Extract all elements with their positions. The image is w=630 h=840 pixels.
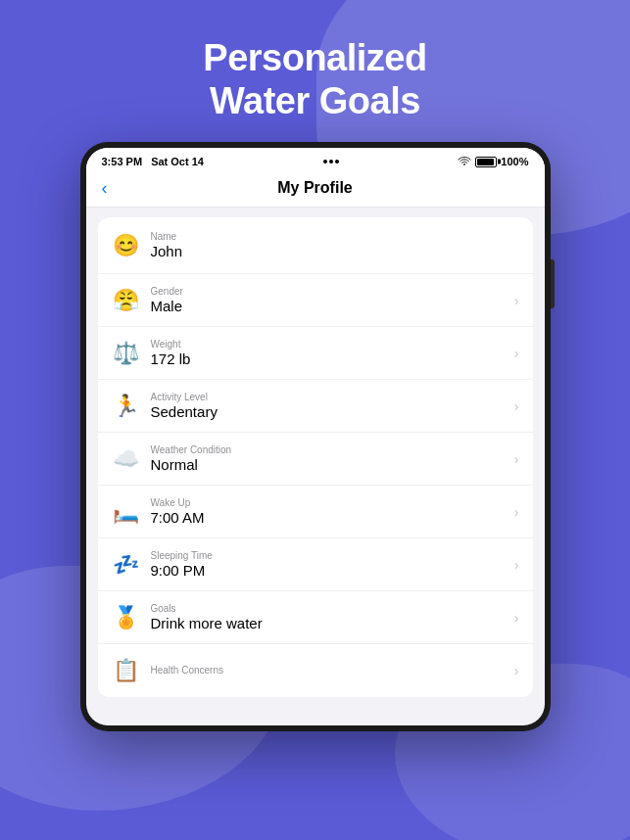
- name-icon: 😊: [112, 231, 141, 260]
- name-value: John: [151, 243, 519, 259]
- gender-value: Male: [151, 298, 514, 314]
- status-time: 3:53 PM: [102, 156, 143, 167]
- activity_level-icon: 🏃: [112, 392, 141, 421]
- activity_level-content: Activity LevelSedentary: [151, 392, 514, 420]
- sleeping_time-label: Sleeping Time: [151, 550, 514, 561]
- health_concerns-content: Health Concerns: [151, 665, 514, 677]
- sleeping_time-chevron-icon: ›: [514, 557, 519, 573]
- battery-icon: [475, 157, 497, 167]
- weather_condition-icon: ☁️: [112, 444, 141, 474]
- health_concerns-chevron-icon: ›: [514, 663, 519, 678]
- device-frame: 3:53 PM Sat Oct 14 100%: [0, 142, 630, 731]
- goals-value: Drink more water: [151, 615, 514, 631]
- hero-title: Personalized Water Goals: [0, 0, 630, 142]
- sleeping_time-icon: 💤: [112, 550, 141, 580]
- weight-chevron-icon: ›: [514, 346, 519, 361]
- goals-label: Goals: [151, 603, 514, 614]
- status-indicators: 100%: [458, 156, 528, 167]
- profile-row-goals[interactable]: 🏅GoalsDrink more water›: [98, 591, 533, 644]
- profile-row-wake_up[interactable]: 🛏️Wake Up7:00 AM›: [98, 486, 533, 538]
- wake_up-content: Wake Up7:00 AM: [151, 497, 514, 526]
- wake_up-value: 7:00 AM: [151, 509, 514, 526]
- weather_condition-chevron-icon: ›: [514, 451, 519, 467]
- sleeping_time-value: 9:00 PM: [151, 562, 514, 579]
- nav-title: My Profile: [277, 179, 352, 197]
- profile-row-weight[interactable]: ⚖️Weight172 lb›: [98, 327, 533, 380]
- wifi-icon: [458, 157, 471, 166]
- name-content: NameJohn: [151, 231, 519, 259]
- nav-bar: ‹ My Profile: [86, 171, 545, 208]
- profile-list: 😊NameJohn😤GenderMale›⚖️Weight172 lb›🏃Act…: [86, 208, 545, 705]
- activity_level-label: Activity Level: [151, 392, 514, 402]
- weight-label: Weight: [151, 339, 514, 350]
- device-screen: 3:53 PM Sat Oct 14 100%: [86, 148, 545, 725]
- health_concerns-icon: 📋: [112, 656, 141, 685]
- health_concerns-label: Health Concerns: [151, 665, 514, 676]
- profile-section: 😊NameJohn😤GenderMale›⚖️Weight172 lb›🏃Act…: [98, 217, 533, 697]
- gender-label: Gender: [151, 286, 514, 297]
- gender-chevron-icon: ›: [514, 293, 519, 308]
- name-label: Name: [151, 231, 519, 242]
- weather_condition-label: Weather Condition: [151, 444, 514, 455]
- sleeping_time-content: Sleeping Time9:00 PM: [151, 550, 514, 579]
- profile-row-gender[interactable]: 😤GenderMale›: [98, 274, 533, 327]
- wake_up-chevron-icon: ›: [514, 504, 519, 520]
- goals-icon: 🏅: [112, 603, 141, 632]
- tablet-device: 3:53 PM Sat Oct 14 100%: [80, 142, 551, 731]
- goals-chevron-icon: ›: [514, 610, 519, 626]
- profile-row-sleeping_time[interactable]: 💤Sleeping Time9:00 PM›: [98, 538, 533, 591]
- status-center-dots: [323, 160, 339, 163]
- gender-content: GenderMale: [151, 286, 514, 314]
- status-time-date: 3:53 PM Sat Oct 14: [102, 156, 204, 167]
- status-date: Sat Oct 14: [151, 156, 204, 167]
- wake_up-label: Wake Up: [151, 497, 514, 508]
- battery-percentage: 100%: [501, 156, 528, 167]
- weight-value: 172 lb: [151, 350, 514, 367]
- wake_up-icon: 🛏️: [112, 497, 141, 527]
- profile-row-health_concerns[interactable]: 📋Health Concerns›: [98, 644, 533, 697]
- weather_condition-value: Normal: [151, 456, 514, 473]
- weight-content: Weight172 lb: [151, 339, 514, 367]
- weather_condition-content: Weather ConditionNormal: [151, 444, 514, 473]
- status-bar: 3:53 PM Sat Oct 14 100%: [86, 148, 545, 171]
- weight-icon: ⚖️: [112, 339, 141, 368]
- profile-row-name: 😊NameJohn: [98, 217, 533, 274]
- activity_level-chevron-icon: ›: [514, 398, 519, 414]
- profile-row-activity_level[interactable]: 🏃Activity LevelSedentary›: [98, 380, 533, 433]
- back-button[interactable]: ‹: [102, 179, 108, 197]
- profile-row-weather_condition[interactable]: ☁️Weather ConditionNormal›: [98, 433, 533, 486]
- activity_level-value: Sedentary: [151, 403, 514, 420]
- goals-content: GoalsDrink more water: [151, 603, 514, 631]
- gender-icon: 😤: [112, 286, 141, 315]
